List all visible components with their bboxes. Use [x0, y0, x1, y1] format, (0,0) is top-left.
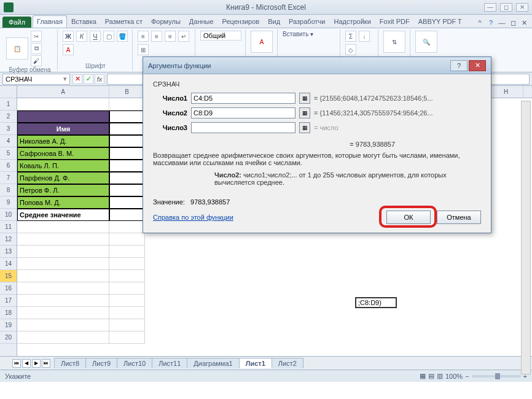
col-header[interactable]: H: [489, 86, 523, 98]
file-tab[interactable]: Файл: [2, 17, 31, 28]
sheet-nav-next-icon[interactable]: ▶: [32, 359, 41, 368]
cell[interactable]: [17, 331, 109, 344]
cell[interactable]: [109, 196, 145, 209]
row-header[interactable]: 1: [0, 98, 17, 110]
zoom-out-icon[interactable]: −: [465, 373, 469, 380]
cell[interactable]: [17, 258, 109, 270]
collapse-dialog-icon[interactable]: ▦: [299, 122, 310, 133]
tab-formulas[interactable]: Формулы: [147, 15, 185, 28]
collapse-dialog-icon[interactable]: ▦: [299, 93, 310, 104]
close-icon[interactable]: ✕: [516, 3, 528, 12]
tab-view[interactable]: Вид: [264, 15, 284, 28]
clear-icon[interactable]: ◇: [345, 44, 356, 55]
cell-avg-label[interactable]: Среднее значение: [17, 209, 109, 221]
sheet-tab[interactable]: Лист9: [85, 358, 117, 368]
cell[interactable]: [109, 221, 145, 233]
format-painter-icon[interactable]: 🖌: [31, 55, 42, 66]
arg3-input[interactable]: [191, 122, 295, 133]
row-header[interactable]: 16: [0, 282, 17, 295]
cell[interactable]: [109, 184, 145, 196]
fill-color-icon[interactable]: 🪣: [117, 31, 128, 42]
ribbon-minimize-icon[interactable]: ^: [475, 19, 484, 28]
zoom-level[interactable]: 100%: [445, 373, 463, 380]
cell[interactable]: [17, 221, 109, 233]
cell-name[interactable]: Парфенов Д. Ф.: [17, 172, 109, 184]
row-header[interactable]: 18: [0, 307, 17, 319]
cell[interactable]: [109, 319, 145, 331]
row-header[interactable]: 9: [0, 196, 17, 209]
enter-formula-icon[interactable]: ✓: [84, 74, 93, 84]
cell[interactable]: [109, 295, 145, 307]
align-right-icon[interactable]: ≡: [165, 31, 176, 42]
tab-addins[interactable]: Надстройки: [329, 15, 375, 28]
cell[interactable]: [109, 135, 145, 147]
select-all-corner[interactable]: [0, 86, 17, 98]
cell[interactable]: [17, 295, 109, 307]
sheet-nav-prev-icon[interactable]: ◀: [22, 359, 31, 368]
cell[interactable]: [109, 98, 145, 110]
cell[interactable]: [17, 307, 109, 319]
cell[interactable]: [17, 246, 109, 258]
dialog-close-icon[interactable]: ✕: [469, 60, 486, 71]
sheet-nav-first-icon[interactable]: ⏮: [12, 359, 21, 368]
wrap-text-icon[interactable]: ↵: [178, 31, 189, 42]
collapse-dialog-icon[interactable]: ▦: [299, 107, 310, 118]
row-header[interactable]: 13: [0, 246, 17, 258]
help-icon[interactable]: ?: [487, 19, 495, 28]
cell[interactable]: [109, 246, 145, 258]
tab-foxit[interactable]: Foxit PDF: [375, 15, 414, 28]
dialog-titlebar[interactable]: Аргументы функции ? ✕: [143, 57, 491, 74]
find-icon[interactable]: 🔍: [415, 31, 437, 53]
row-header[interactable]: 19: [0, 319, 17, 331]
tab-home[interactable]: Главная: [33, 15, 67, 28]
cell[interactable]: [109, 160, 145, 172]
sheet-tab[interactable]: Лист10: [117, 358, 152, 368]
arg2-input[interactable]: [191, 107, 295, 118]
cell[interactable]: [17, 319, 109, 331]
cancel-button[interactable]: Отмена: [437, 211, 481, 224]
row-header[interactable]: 15: [0, 270, 17, 282]
cell-name[interactable]: Попова М. Д.: [17, 196, 109, 209]
view-layout-icon[interactable]: ▤: [428, 372, 434, 380]
row-header[interactable]: 7: [0, 172, 17, 184]
cell[interactable]: [109, 307, 145, 319]
zoom-slider[interactable]: [472, 375, 521, 378]
cell[interactable]: [109, 172, 145, 184]
cell-header-name[interactable]: Имя: [17, 123, 109, 135]
underline-icon[interactable]: Ч: [90, 31, 101, 42]
align-center-icon[interactable]: ≡: [151, 31, 162, 42]
fill-icon[interactable]: ↓: [359, 31, 370, 42]
cell-name[interactable]: Коваль Л. П.: [17, 160, 109, 172]
tab-data[interactable]: Данные: [185, 15, 218, 28]
window-close-icon[interactable]: ✕: [520, 19, 528, 28]
sheet-tab[interactable]: Лист11: [152, 358, 187, 368]
name-box[interactable]: СРЗНАЧ▾: [2, 74, 70, 85]
cell[interactable]: [17, 270, 109, 282]
sheet-nav-last-icon[interactable]: ⏭: [42, 359, 50, 368]
copy-icon[interactable]: ⧉: [31, 43, 42, 54]
row-header[interactable]: 4: [0, 135, 17, 147]
fx-icon[interactable]: fx: [95, 74, 104, 84]
maximize-icon[interactable]: ◻: [500, 3, 512, 12]
italic-icon[interactable]: К: [76, 31, 87, 42]
row-header[interactable]: 10: [0, 209, 17, 221]
cell[interactable]: [109, 282, 145, 295]
tab-developer[interactable]: Разработчи: [284, 15, 329, 28]
tab-layout[interactable]: Разметка ст: [101, 15, 147, 28]
row-header[interactable]: 8: [0, 184, 17, 196]
cell[interactable]: [17, 282, 109, 295]
tab-insert[interactable]: Вставка: [67, 15, 101, 28]
window-restore-icon[interactable]: ◻: [509, 19, 517, 28]
row-header[interactable]: 17: [0, 295, 17, 307]
cell[interactable]: [109, 147, 145, 160]
cell[interactable]: [109, 209, 145, 221]
row-header[interactable]: 2: [0, 110, 17, 123]
bold-icon[interactable]: Ж: [63, 31, 74, 42]
col-header[interactable]: B: [109, 86, 145, 98]
row-header[interactable]: 5: [0, 147, 17, 160]
arg1-input[interactable]: [191, 93, 295, 104]
autosum-icon[interactable]: Σ: [345, 31, 356, 42]
cell[interactable]: [109, 258, 145, 270]
tab-abbyy[interactable]: ABBYY PDF T: [414, 15, 466, 28]
sheet-tab[interactable]: Лист1: [239, 358, 272, 368]
